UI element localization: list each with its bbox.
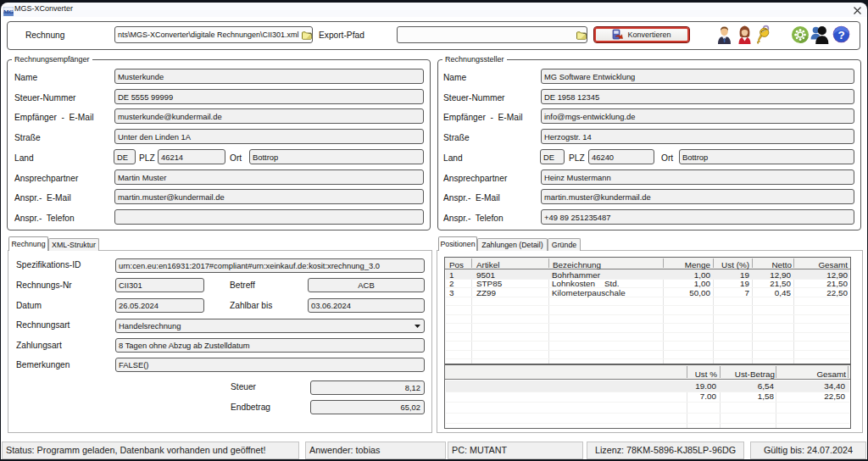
svg-text:MG: MG (3, 8, 14, 15)
svg-text:?: ? (837, 29, 844, 42)
